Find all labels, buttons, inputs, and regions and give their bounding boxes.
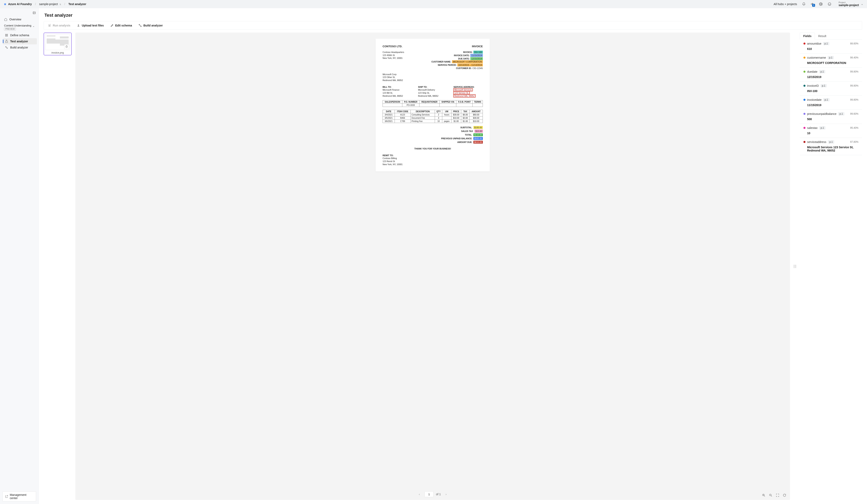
field-confidence: 99.80% — [850, 84, 858, 87]
zoom-in-icon[interactable] — [761, 493, 766, 497]
field-color-dot — [803, 43, 805, 45]
crumb-project[interactable]: sample-project ⇅ — [39, 2, 61, 6]
invoice-document: CONTOSO LTD. INVOICE Contoso Headquarter… — [376, 39, 490, 171]
preview-chip: PREVIEW — [4, 28, 16, 31]
field-page-tag: p.1 — [838, 112, 844, 116]
tab-result[interactable]: Result — [815, 33, 829, 39]
crumb-sep: / — [63, 2, 66, 6]
sidebar-item-label: Overview — [9, 18, 21, 21]
build-analyzer-button[interactable]: Build analyzer — [136, 22, 165, 29]
pager-input[interactable] — [425, 491, 434, 497]
field-item[interactable]: salestaxp.195.40%10 — [800, 124, 862, 138]
inv-ship-from: Microsoft Corp 123 Other St, Redmond WA,… — [383, 73, 483, 82]
project-picker[interactable]: Project sample-project ⌄ — [835, 1, 863, 7]
sidebar-item-label: Test analyzer — [10, 40, 28, 43]
field-confidence: 99.60% — [850, 112, 858, 115]
field-item[interactable]: duedatep.199.80%12/15/2019 — [800, 68, 862, 82]
run-analysis-button: Run analysis — [45, 22, 73, 29]
vertical-splitter[interactable]: ┃┃ — [794, 33, 796, 500]
results-panel: Fields Result amountduep.188.60%610custo… — [800, 33, 862, 500]
svg-rect-4 — [7, 34, 8, 35]
field-value: Microsoft Services 123 Service St, Redmo… — [807, 146, 858, 152]
field-page-tag: p.1 — [828, 140, 834, 143]
sidebar-item-label: Build analyzer — [10, 46, 28, 49]
svg-rect-10 — [49, 25, 50, 26]
sidebar-collapse-button[interactable] — [2, 10, 37, 16]
field-name: duedate — [807, 70, 817, 73]
tab-fields[interactable]: Fields — [800, 33, 815, 40]
sidebar-item-overview[interactable]: Overview — [2, 16, 37, 22]
field-page-tag: p.1 — [828, 56, 834, 59]
field-item[interactable]: customernamep.198.40%MICROSOFT CORPORATI… — [800, 54, 862, 68]
project-name: sample-project — [838, 4, 859, 7]
sidebar-item-label: Define schema — [10, 34, 29, 37]
main: Test analyzer Run analysis Upload test f… — [39, 8, 867, 504]
fields-list[interactable]: amountduep.188.60%610customernamep.198.4… — [800, 40, 862, 500]
field-name: invoicedate — [807, 98, 822, 101]
pager-next-button[interactable]: › — [443, 491, 449, 497]
field-item[interactable]: invoiceIDp.199.80%INV-100 — [800, 82, 862, 96]
inv-header-right: INVOICE:INV-100 INVOICE DATE:11/15/2019 … — [431, 51, 483, 70]
fit-icon[interactable] — [775, 493, 780, 497]
action-bar: Run analysis Upload test files Edit sche… — [44, 21, 862, 30]
management-center-button[interactable]: Management center — [2, 491, 36, 502]
inv-table-items: DATEITEM CODE DESCRIPTIONQTY UMPRICE TAX… — [383, 110, 483, 123]
inv-company: CONTOSO LTD. — [383, 45, 402, 48]
page-title: Test analyzer — [39, 8, 867, 21]
brand-text: Azure AI Foundry — [8, 2, 32, 6]
rotate-icon[interactable] — [782, 493, 787, 497]
field-item[interactable]: invoicedatep.199.80%11/15/2019 — [800, 96, 862, 110]
upload-test-files-button[interactable]: Upload test files — [74, 22, 107, 29]
announcements-icon[interactable]: 1 — [809, 1, 816, 7]
delete-thumbnail-button[interactable] — [64, 44, 69, 49]
results-tabs: Fields Result — [800, 33, 862, 40]
field-color-dot — [803, 85, 805, 87]
crumb-page: Test analyzer — [68, 2, 86, 6]
preview-viewport[interactable]: CONTOSO LTD. INVOICE Contoso Headquarter… — [75, 33, 790, 491]
field-confidence: 98.40% — [850, 56, 858, 59]
field-value: 500 — [807, 118, 858, 121]
feedback-icon[interactable] — [826, 1, 833, 7]
field-name: invoiceID — [807, 84, 819, 87]
notifications-icon[interactable] — [801, 1, 807, 7]
field-confidence: 97.80% — [850, 140, 858, 143]
field-name: customername — [807, 56, 826, 59]
inv-table-header: SALESPERSONP.O. NUMBER REQUISITIONERSHIP… — [383, 100, 483, 107]
zoom-out-icon[interactable] — [768, 493, 773, 497]
thumbnail-card[interactable]: invoice.png — [44, 33, 72, 55]
field-item[interactable]: serviceaddressp.197.80%Microsoft Service… — [800, 138, 862, 155]
settings-icon[interactable] — [818, 1, 824, 7]
field-value: 11/15/2019 — [807, 104, 858, 107]
brand[interactable]: Azure AI Foundry — [4, 2, 32, 6]
thumbnail-column: invoice.png — [44, 33, 72, 500]
all-hubs-link[interactable]: All hubs + projects — [772, 2, 799, 6]
sidebar-item-define-schema[interactable]: Define schema — [3, 32, 37, 38]
brand-logo-icon — [4, 3, 7, 6]
field-page-tag: p.1 — [819, 126, 825, 129]
pager-prev-button[interactable]: ‹ — [416, 491, 422, 497]
field-page-tag: p.1 — [821, 84, 827, 87]
app-header: Azure AI Foundry / sample-project ⇅ / Te… — [0, 0, 867, 8]
field-value: MICROSOFT CORPORATION — [807, 61, 858, 65]
field-item[interactable]: amountduep.188.60%610 — [800, 40, 862, 54]
inv-service-addr: SERVICE ADDRESS: Microsoft Services 123 … — [453, 86, 483, 98]
field-name: salestax — [807, 126, 817, 129]
sidebar-group-content-understanding[interactable]: Content Understanding PREVIEW ⌃ — [2, 22, 37, 31]
thumbnail-caption: invoice.png — [45, 50, 70, 54]
inv-remit: REMIT TO: Contoso Billing 123 Remit St N… — [383, 154, 483, 166]
field-color-dot — [803, 57, 805, 58]
field-value: 12/15/2019 — [807, 75, 858, 78]
announcement-badge: 1 — [812, 4, 815, 7]
inv-bill-to: BILL TO: Microsoft Finance 123 Bill St, … — [383, 86, 412, 98]
field-confidence: 99.80% — [850, 98, 858, 101]
field-item[interactable]: previousunpaidbalancep.199.60%500 — [800, 110, 862, 124]
field-page-tag: p.1 — [819, 70, 825, 73]
svg-rect-3 — [6, 34, 6, 35]
svg-point-0 — [821, 3, 822, 4]
inv-ship-to: SHIP TO: Microsoft Delivery 123 Ship St,… — [418, 86, 447, 98]
field-color-dot — [803, 71, 805, 73]
sidebar-item-test-analyzer[interactable]: Test analyzer — [3, 38, 37, 44]
sidebar-item-build-analyzer[interactable]: Build analyzer — [3, 44, 37, 51]
edit-schema-button[interactable]: Edit schema — [108, 22, 135, 29]
inv-totals: SUBTOTAL$100.00 SALES TAX$10.00 TOTAL$11… — [383, 126, 483, 144]
